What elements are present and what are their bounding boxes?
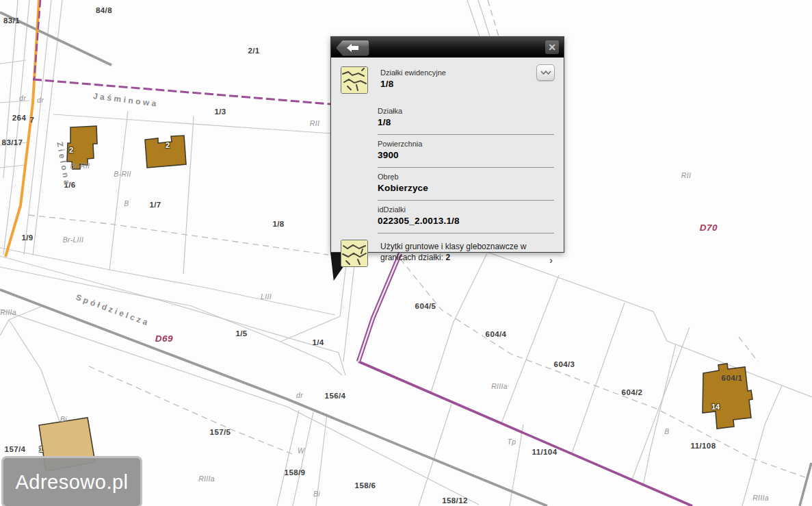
soil-classes-text: Użytki gruntowe i klasy gleboznawcze w g… (380, 240, 535, 263)
adresowo-watermark: Adresowo.pl (1, 456, 142, 506)
soil-layer-icon (341, 240, 368, 267)
field-label: Działka (378, 107, 554, 115)
back-button[interactable] (336, 40, 369, 56)
field-obreb: Obręb Kobierzyce (378, 168, 554, 201)
building-polygon (67, 126, 97, 169)
field-dzialka: Działka 1/8 (378, 102, 554, 135)
back-arrow-icon (347, 44, 359, 52)
popup-body: Działki ewidencyjne 1/8 Działka 1/8 Powi… (331, 58, 564, 267)
chevron-down-double-icon (540, 70, 551, 76)
layer-title: Działki ewidencyjne (380, 68, 446, 77)
field-value: 1/8 (378, 117, 554, 127)
collapse-button[interactable] (536, 64, 555, 81)
field-value: 022305_2.0013.1/8 (378, 216, 554, 226)
building-polygon (145, 136, 186, 168)
popup-header: ✕ (331, 37, 564, 58)
close-button[interactable]: ✕ (545, 40, 559, 54)
parcels-layer-icon (341, 66, 368, 94)
soil-classes-row[interactable]: Użytki gruntowe i klasy gleboznawcze w g… (341, 233, 554, 267)
road-bottomright-line (800, 463, 811, 506)
chevron-right-icon[interactable]: › (549, 254, 553, 266)
watermark-text: Adresowo.pl (15, 471, 128, 494)
parcel-info-popup: ✕ Działki ewidencyjne 1/8 (330, 36, 564, 253)
field-iddzialki: idDzialki 022305_2.0013.1/8 (378, 201, 554, 233)
building-polygon (703, 364, 752, 429)
soil-classes-label: Użytki gruntowe i klasy gleboznawcze w g… (380, 242, 526, 262)
layer-value: 1/8 (380, 79, 446, 89)
field-label: idDzialki (378, 205, 554, 214)
field-value: Kobierzyce (378, 183, 554, 193)
popup-fields: Działka 1/8 Powierzchnia 3900 Obręb Kobi… (378, 102, 554, 233)
field-powierzchnia: Powierzchnia 3900 (378, 135, 554, 168)
road-orange-zielona-line (5, 0, 39, 257)
layer-header-row: Działki ewidencyjne 1/8 (341, 58, 554, 94)
field-label: Powierzchnia (378, 140, 554, 148)
field-label: Obręb (378, 173, 554, 181)
field-value: 3900 (378, 150, 554, 160)
soil-classes-value: 2 (445, 253, 450, 262)
